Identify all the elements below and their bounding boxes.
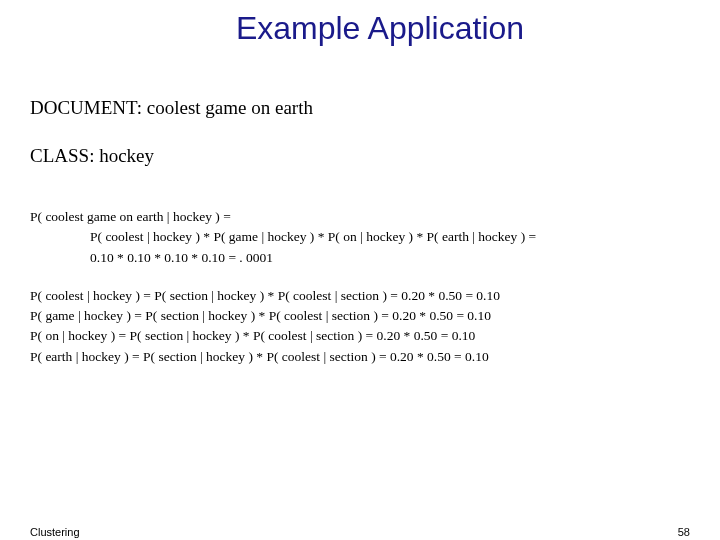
prob-main-line: P( coolest game on earth | hockey ) = — [30, 207, 690, 227]
probability-main: P( coolest game on earth | hockey ) = P(… — [30, 207, 690, 268]
detail-line: P( on | hockey ) = P( section | hockey )… — [30, 326, 690, 346]
document-line: DOCUMENT: coolest game on earth — [30, 97, 690, 119]
detail-line: P( earth | hockey ) = P( section | hocke… — [30, 347, 690, 367]
prob-expansion: P( coolest | hockey ) * P( game | hockey… — [30, 227, 690, 247]
slide-title: Example Application — [0, 0, 720, 47]
slide-number: 58 — [678, 526, 690, 538]
document-label: DOCUMENT: — [30, 97, 142, 118]
probability-details: P( coolest | hockey ) = P( section | hoc… — [30, 286, 690, 367]
prob-numeric: 0.10 * 0.10 * 0.10 * 0.10 = . 0001 — [30, 248, 690, 268]
footer-topic: Clustering — [30, 526, 80, 538]
class-label: CLASS: — [30, 145, 94, 166]
document-value: coolest game on earth — [147, 97, 313, 118]
class-value: hockey — [99, 145, 154, 166]
detail-line: P( coolest | hockey ) = P( section | hoc… — [30, 286, 690, 306]
detail-line: P( game | hockey ) = P( section | hockey… — [30, 306, 690, 326]
slide-content: DOCUMENT: coolest game on earth CLASS: h… — [0, 47, 720, 367]
class-line: CLASS: hockey — [30, 145, 690, 167]
